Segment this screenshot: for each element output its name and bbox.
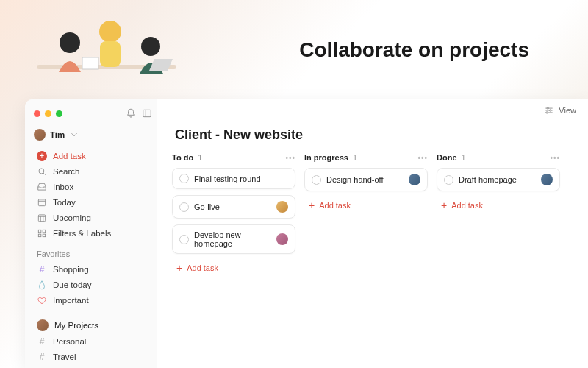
nav-inbox[interactable]: Inbox [32,179,152,194]
task-title: Final testing round [194,174,261,183]
plus-icon: + [37,151,47,161]
svg-point-23 [547,107,548,109]
nav-label: Today [53,198,76,207]
task-card[interactable]: Go-live [172,195,295,219]
calendar-grid-icon [37,213,47,223]
grid-icon [37,228,47,238]
inbox-icon [37,182,47,192]
board-column: In progress1•••Design hand-off+Add task [304,153,428,276]
hash-icon: # [37,336,47,347]
favorite-shopping[interactable]: #Shopping [32,261,152,277]
view-button[interactable]: View [559,106,576,115]
nav-label: Filters & Labels [53,229,111,238]
task-card[interactable]: Final testing round [172,168,295,189]
board-column: Done1•••Draft homepage+Add task [437,153,560,276]
add-task-button[interactable]: +Add task [437,197,560,213]
hero-illustration [29,6,191,94]
task-title: Design hand-off [326,175,383,184]
svg-point-8 [39,168,44,173]
close-dot[interactable] [34,110,40,117]
nav-search[interactable]: Search [32,163,152,179]
svg-line-9 [43,173,46,175]
svg-rect-12 [38,214,45,221]
svg-point-2 [99,21,121,43]
checkbox[interactable] [444,175,453,185]
column-count: 1 [462,153,466,162]
add-task-label: Add task [53,152,86,160]
svg-point-24 [550,110,551,111]
add-task-label: Add task [319,201,351,210]
favorite-label: Important [53,296,89,305]
svg-point-1 [60,32,80,53]
assignee-avatar[interactable] [276,233,288,245]
hero-title: Collaborate on projects [299,38,529,62]
favorites-label: Favorites [37,250,152,258]
minimize-dot[interactable] [45,110,51,117]
user-menu[interactable]: Tim [34,129,152,141]
nav-filters[interactable]: Filters & Labels [32,225,152,241]
svg-rect-19 [43,234,46,237]
svg-point-4 [141,37,160,56]
nav-label: Inbox [53,183,74,191]
task-title: Go-live [194,202,220,211]
add-task-button[interactable]: +Add task [172,260,295,276]
drop-icon [37,280,47,290]
svg-rect-5 [82,57,98,69]
assignee-avatar[interactable] [541,174,553,185]
task-card[interactable]: Develop new homepage [172,224,295,254]
my-projects-header[interactable]: My Projects [32,316,152,333]
favorite-label: Shopping [53,265,89,274]
nav-upcoming[interactable]: Upcoming [32,210,152,225]
bell-icon[interactable] [126,108,136,118]
task-card[interactable]: Draft homepage [437,168,560,191]
window-controls [32,105,152,121]
user-avatar [34,129,46,141]
checkbox[interactable] [179,174,189,183]
task-title: Develop new homepage [194,230,271,248]
svg-rect-18 [38,234,41,237]
column-name: Done [437,153,457,162]
column-header[interactable]: Done1••• [437,153,560,162]
avatar-icon [37,319,49,331]
column-header[interactable]: To do1••• [172,153,295,162]
add-task-button[interactable]: + Add task [32,148,152,163]
hash-icon: # [37,264,47,275]
add-task-label: Add task [451,201,483,210]
plus-icon: + [176,263,182,273]
sidebar-toggle-icon[interactable] [142,108,152,118]
sliders-icon[interactable] [544,105,554,116]
task-title: Draft homepage [459,175,517,184]
favorite-label: Due today [53,280,91,289]
svg-rect-10 [38,199,45,205]
favorite-due-today[interactable]: Due today [32,277,152,292]
nav-label: Search [53,167,79,176]
project-personal[interactable]: #Personal [32,333,152,349]
more-icon[interactable]: ••• [550,154,560,162]
column-name: In progress [304,153,348,162]
my-projects-label: My Projects [54,321,98,330]
nav-today[interactable]: Today [32,194,152,210]
heart-icon [37,295,47,305]
svg-rect-16 [38,230,41,233]
maximize-dot[interactable] [56,110,62,117]
svg-rect-17 [43,230,46,233]
column-name: To do [172,153,193,162]
add-task-label: Add task [187,263,218,272]
page-title: Client - New website [157,121,588,153]
favorite-important[interactable]: Important [32,292,152,308]
checkbox[interactable] [179,202,189,212]
more-icon[interactable]: ••• [285,154,295,162]
column-count: 1 [198,153,202,162]
more-icon[interactable]: ••• [417,154,428,162]
plus-icon: + [309,200,315,210]
add-task-button[interactable]: +Add task [304,197,428,213]
task-card[interactable]: Design hand-off [304,168,428,191]
checkbox[interactable] [179,235,189,244]
checkbox[interactable] [312,175,321,185]
column-header[interactable]: In progress1••• [304,153,428,162]
assignee-avatar[interactable] [409,174,420,185]
assignee-avatar[interactable] [276,201,288,213]
project-travel[interactable]: #Travel [32,349,152,364]
plus-icon: + [441,200,447,210]
project-label: Personal [53,337,86,346]
